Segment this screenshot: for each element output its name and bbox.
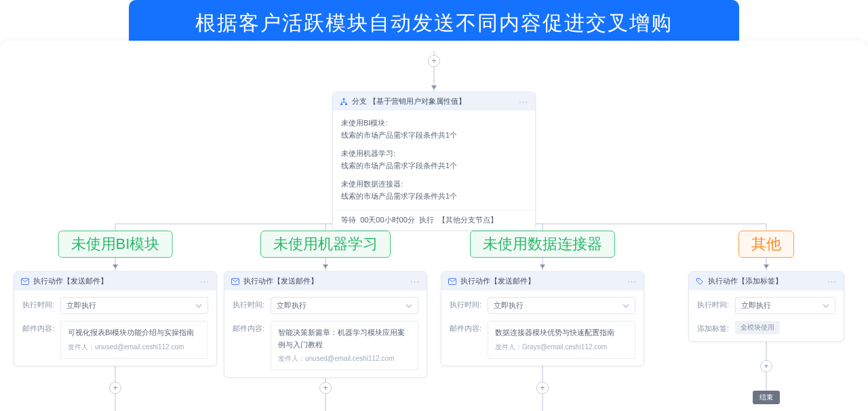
svg-rect-12 (340, 103, 342, 105)
more-icon[interactable]: ··· (200, 276, 210, 286)
envelope-icon (21, 278, 29, 285)
svg-rect-13 (345, 103, 347, 105)
branch-header: 分支 【基于营销用户对象属性值】 ··· (333, 92, 535, 111)
card-title: 执行动作【添加标签】 (708, 276, 823, 286)
branch-body: 未使用BI模块:线索的市场产品需求字段条件共1个 未使用机器学习:线索的市场产品… (333, 111, 535, 210)
action-card-mail[interactable]: 执行动作【发送邮件】 ··· 执行时间: 立即执行 邮件内容: 智能决策新篇章：… (224, 271, 427, 378)
add-node-button[interactable]: + (109, 382, 121, 394)
mail-sender: unused@email.ceshi112.com (305, 355, 394, 362)
mail-subject: 数据连接器模块优势与快速配置指南 (495, 327, 628, 339)
mail-subject: 智能决策新篇章：机器学习模块应用案例与入门教程 (278, 327, 411, 351)
mail-content-label: 邮件内容: (22, 321, 55, 334)
action-card-mail[interactable]: 执行动作【发送邮件】 ··· 执行时间: 立即执行 邮件内容: 可视化报表BI模… (14, 271, 217, 366)
envelope-icon (448, 278, 456, 285)
branch-footer: 等待 00天00小时00分 执行 【其他分支节点】 (333, 210, 535, 230)
add-node-button[interactable]: + (319, 382, 332, 394)
exec-time-select[interactable]: 立即执行 (488, 297, 635, 314)
branch-tag-ml: 未使用机器学习 (260, 231, 391, 258)
more-icon[interactable]: ··· (519, 96, 528, 106)
chevron-down-icon (823, 302, 829, 309)
arrow-down-icon (764, 265, 769, 269)
card-header: 执行动作【发送邮件】 ··· (441, 272, 644, 290)
card-title: 执行动作【发送邮件】 (243, 276, 406, 286)
exec-time-label: 执行时间: (450, 297, 482, 310)
mail-content-box[interactable]: 数据连接器模块优势与快速配置指南 发件人：Grays@email.ceshi11… (488, 321, 635, 359)
branch-cond-title: 未使用BI模块: (341, 117, 527, 130)
exec-time-select[interactable]: 立即执行 (271, 297, 418, 314)
branch-cond-title: 未使用数据连接器: (341, 178, 527, 191)
arrow-down-icon (323, 265, 328, 269)
action-card-tag[interactable]: 执行动作【添加标签】 ··· 执行时间: 立即执行 添加标签: 全模块使用 (688, 271, 844, 342)
branch-node[interactable]: 分支 【基于营销用户对象属性值】 ··· 未使用BI模块:线索的市场产品需求字段… (332, 92, 536, 231)
exec-time-select[interactable]: 立即执行 (60, 297, 208, 314)
tag-icon (696, 277, 704, 286)
chevron-down-icon (195, 302, 202, 309)
svg-point-17 (698, 279, 699, 281)
chevron-down-icon (406, 302, 412, 309)
mail-content-box[interactable]: 智能决策新篇章：机器学习模块应用案例与入门教程 发件人：unused@email… (271, 321, 418, 370)
mail-content-label: 邮件内容: (450, 321, 482, 334)
exec-time-label: 执行时间: (22, 297, 55, 310)
more-icon[interactable]: ··· (827, 276, 837, 286)
exec-time-select[interactable]: 立即执行 (735, 297, 835, 314)
more-icon[interactable]: ··· (410, 276, 420, 286)
arrow-down-icon (113, 265, 118, 269)
tag-chip[interactable]: 全模块使用 (735, 321, 780, 334)
add-node-button[interactable]: + (536, 382, 549, 394)
sitemap-icon (340, 98, 348, 106)
action-card-mail[interactable]: 执行动作【发送邮件】 ··· 执行时间: 立即执行 邮件内容: 数据连接器模块优… (441, 271, 644, 366)
card-header: 执行动作【发送邮件】 ··· (224, 272, 427, 290)
card-header: 执行动作【添加标签】 ··· (689, 272, 844, 290)
branch-tag-connector: 未使用数据连接器 (470, 231, 615, 258)
exec-time-label: 执行时间: (233, 297, 265, 310)
card-header: 执行动作【发送邮件】 ··· (14, 272, 216, 290)
branch-tag-other: 其他 (738, 231, 794, 258)
branch-cond-desc: 线索的市场产品需求字段条件共1个 (341, 191, 527, 203)
card-title: 执行动作【发送邮件】 (460, 276, 623, 286)
flow-canvas: + 分支 【基于营销用户对象属性值】 ··· 未使用BI模块:线索的市场产品需求… (0, 41, 868, 411)
branch-cond-desc: 线索的市场产品需求字段条件共1个 (341, 130, 527, 142)
branch-tag-bi: 未使用BI模块 (58, 231, 173, 258)
page-title: 根据客户活跃模块自动发送不同内容促进交叉增购 (129, 0, 739, 47)
mail-sender: Grays@email.ceshi112.com (522, 343, 607, 351)
envelope-icon (231, 278, 239, 285)
branch-cond-desc: 线索的市场产品需求字段条件共1个 (341, 160, 527, 172)
arrow-down-icon (431, 85, 437, 90)
exec-time-label: 执行时间: (697, 297, 730, 310)
arrow-down-icon (540, 265, 545, 269)
chevron-down-icon (623, 302, 629, 309)
mail-content-box[interactable]: 可视化报表BI模块功能介绍与实操指南 发件人：unused@email.cesh… (60, 321, 208, 359)
add-node-button[interactable]: + (428, 55, 440, 67)
more-icon[interactable]: ··· (627, 276, 637, 286)
mail-subject: 可视化报表BI模块功能介绍与实操指南 (68, 327, 201, 339)
end-node: 结束 (753, 391, 780, 404)
mail-content-label: 邮件内容: (233, 321, 265, 334)
add-tag-label: 添加标签: (697, 321, 730, 334)
branch-cond-title: 未使用机器学习: (341, 148, 527, 160)
card-title: 执行动作【发送邮件】 (33, 276, 196, 286)
mail-sender: unused@email.ceshi112.com (95, 343, 184, 351)
add-node-button[interactable]: + (760, 360, 772, 372)
branch-title: 分支 【基于营销用户对象属性值】 (352, 96, 515, 106)
svg-rect-11 (343, 98, 345, 100)
